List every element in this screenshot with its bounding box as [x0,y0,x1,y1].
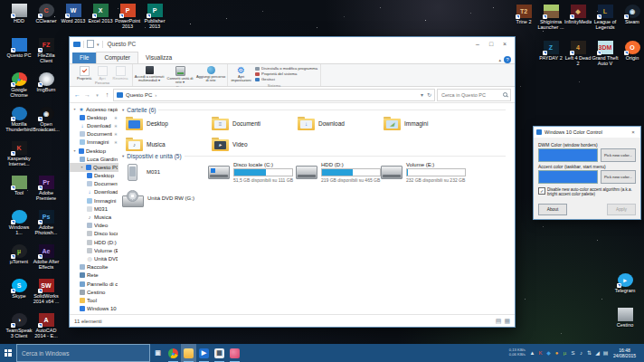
tree-chevron-icon[interactable]: ▾ [72,107,77,111]
desktop-icon[interactable]: ▸ Telegram [611,273,639,293]
desktop-icon[interactable]: T2 Trine 2 [510,5,537,24]
tray-icon[interactable]: µ [561,344,569,362]
desktop[interactable]: HDD C CCleaner W Word 2013 X Excel 2013 … [0,0,644,362]
desktop-icon[interactable]: 3DM Grand Theft Auto V [592,41,619,66]
forward-button[interactable]: → [83,91,91,98]
drive-tile[interactable]: Volume (E:) 232 GB disponibili su 232 GB [381,160,466,184]
sidebar-item[interactable]: Documenti ∗ [70,130,118,138]
group-header-folders[interactable]: ▾ Cartelle (6) [122,107,506,113]
open-settings-button[interactable]: ⚙ Apri impostazioni [229,65,253,83]
tree-chevron-icon[interactable]: ▾ [72,148,77,153]
folder-tile[interactable]: ≡ Documenti [212,114,295,132]
desktop-icon[interactable]: S Skype [5,279,33,299]
breadcrumb[interactable]: Questo PC › ▾ ↻ [113,89,435,101]
drive-tile[interactable]: Disco locale (C:) 51,5 GB disponibili su… [208,160,293,184]
help-icon[interactable]: ? [504,56,511,63]
maximize-button[interactable]: □ [485,39,497,49]
tray-icon[interactable]: ▲ [528,344,536,362]
search-icon[interactable] [503,92,508,98]
explorer-titlebar[interactable]: ▾ Questo PC – □ × [70,37,515,51]
quick-access-icon[interactable] [87,40,94,48]
folder-tile[interactable]: ▸ Video [212,135,295,153]
sidebar-item[interactable]: ▾ Desktop [70,147,118,155]
proprieta-button[interactable]: Proprietà [74,65,94,81]
up-button[interactable]: ↑ [103,91,111,98]
system-properties-button[interactable]: Proprietà del sistema [255,71,317,76]
sidebar-item[interactable]: Video [70,222,118,230]
taskbar-paint[interactable] [227,344,242,362]
desktop-icon[interactable]: Z PAYDAY 2 [537,41,564,61]
explorer-search[interactable] [437,89,511,101]
sidebar-item[interactable]: Immagini ∗ [70,138,118,147]
folder-tile[interactable]: ♪ Musica [126,135,209,153]
desktop-icon[interactable]: W Word 2013 [60,4,87,24]
sidebar-item[interactable]: Rete [70,272,118,280]
tree-chevron-icon[interactable]: ▾ [80,165,84,169]
back-button[interactable]: ← [73,91,81,98]
recent-locations-button[interactable]: ▾ [93,92,101,98]
desktop-icon[interactable]: L League of Legends [592,5,619,30]
sidebar-item[interactable]: Disco locale (C:) [70,230,118,238]
drive-tile[interactable]: Unità DVD RW (G:) [122,186,207,210]
desktop-icon[interactable]: ◆ InfinityMedia [564,5,592,24]
taskbar-explorer[interactable] [181,344,196,362]
tray-icon[interactable]: ● [553,344,561,362]
chevron-down-icon[interactable]: ▾ [122,154,124,158]
apri-button[interactable]: Apri [94,65,110,81]
tray-icon[interactable]: S [569,344,577,362]
dwm-color-swatch[interactable] [538,148,598,162]
drive-tile[interactable]: M031 [122,160,207,184]
pick-dwm-color-button[interactable]: Pick new color... [601,148,636,162]
desktop-icon[interactable]: FZ FileZilla Client [33,38,60,63]
sidebar-item[interactable]: Immagini [70,196,118,205]
close-icon[interactable]: × [629,129,638,135]
taskbar-search[interactable] [16,344,150,362]
desktop-icon[interactable]: Tool [5,176,33,195]
desktop-icon[interactable]: X Excel 2013 [87,4,114,24]
desktop-icon[interactable]: ● Google Chrome [5,72,33,98]
tray-icon[interactable]: ◆ [545,344,553,362]
taskbar-search-input[interactable] [20,349,147,357]
sidebar-item[interactable]: Raccolte [70,263,118,272]
desktop-icon[interactable]: Mozilla Thunderbird [5,107,33,132]
sidebar-item[interactable]: ♪ Musica [70,213,118,221]
explorer-tab[interactable]: Visualizza [138,52,179,63]
tray-icon[interactable]: ⇅ [585,344,593,362]
tray-icon[interactable]: ▤ [601,344,610,362]
desktop-icon[interactable]: Shiginima Launcher ... [537,5,564,30]
sidebar-item[interactable]: ◎ Unità DVD RW (G:) [70,254,118,262]
desktop-icon[interactable]: O Origin [619,41,644,61]
minimize-button[interactable]: – [471,39,484,49]
start-button[interactable] [0,344,16,362]
uninstall-program-button[interactable]: Disinstalla o modifica programma [255,66,317,71]
manage-button[interactable]: Gestisci [255,77,317,81]
search-input[interactable] [440,91,503,99]
folder-tile[interactable]: ↓ Download [298,114,381,132]
collapse-ribbon-icon[interactable]: ▴ [498,57,501,62]
qat-caret-icon[interactable]: ▾ [97,42,99,47]
thumbnails-view-icon[interactable]: ▦ [504,318,510,325]
sidebar-item[interactable]: Luca Giardina [70,155,118,163]
sidebar-item[interactable]: Cestino [70,288,118,296]
desktop-icon[interactable]: Ae Adobe After Effects CC... [33,244,60,270]
disable-autocolor-checkbox[interactable]: ✓ [538,187,545,195]
desktop-icon[interactable]: ImgBurn [33,72,60,92]
media-access-button[interactable]: Accedi a contenuti multimediali ▾ [134,65,165,83]
taskbar-clock[interactable]: 16:48 24/08/2015 [613,348,636,358]
map-network-drive-button[interactable]: Connetti unità di rete ▾ [165,65,195,85]
sidebar-item[interactable]: HDD (D:) [70,238,118,246]
desktop-icon[interactable]: ◑ TeamSpeak 3 Client [5,313,33,338]
desktop-icon[interactable]: ◉ Open Broadcast... [33,107,60,132]
sidebar-item[interactable]: ↓ Download [70,188,118,196]
sidebar-item[interactable]: Volume (E:) [70,246,118,254]
desktop-icon[interactable]: ◉ Steam [619,5,644,24]
tray-icon[interactable]: K [536,344,545,362]
sidebar-item[interactable]: M031 [70,205,118,213]
taskbar-calculator[interactable]: ▦ [212,344,227,362]
address-dropdown-icon[interactable]: ▾ [421,91,423,98]
apply-button[interactable]: Apply [607,204,636,215]
explorer-tab[interactable]: File [72,52,96,63]
desktop-icon[interactable]: C CCleaner [33,4,60,24]
accent-color-swatch[interactable] [538,170,598,184]
desktop-icon[interactable]: Cestino [611,308,639,328]
